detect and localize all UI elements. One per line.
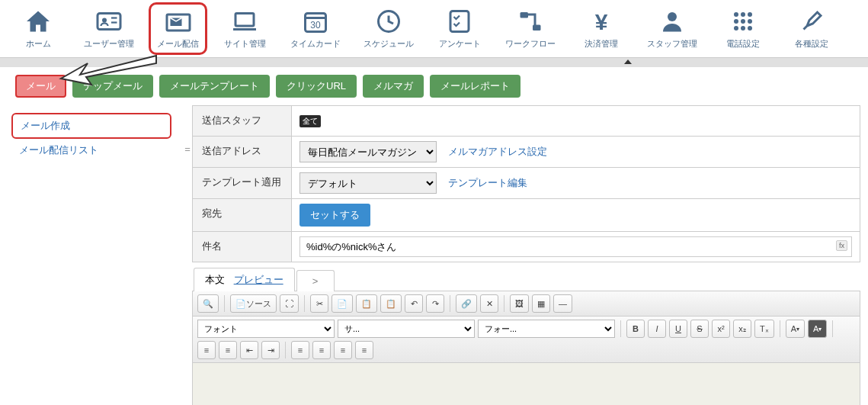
tb-font-select[interactable]: フォント <box>197 320 335 338</box>
tb-subscript-button[interactable]: x₂ <box>733 320 751 338</box>
nav-phone[interactable]: 電話設定 <box>720 8 766 50</box>
tb-ordered-list-button[interactable]: ≡ <box>197 341 216 359</box>
label-sender-staff: 送信スタッフ <box>193 106 292 136</box>
tab-mail-magazine[interactable]: メルマガ <box>363 75 424 98</box>
tab-mail-template[interactable]: メールテンプレート <box>159 75 270 98</box>
nav-mail-delivery[interactable]: メール配信 <box>149 2 207 55</box>
nav-user-mgmt[interactable]: ユーザー管理 <box>84 8 134 50</box>
tb-strike-button[interactable]: S <box>690 320 709 338</box>
sender-address-select[interactable]: 毎日配信メールマガジン <box>299 141 437 162</box>
svg-point-22 <box>734 26 738 31</box>
sub-tab-row: メール テップメール メールテンプレート クリックURL メルマガ メールレポー… <box>0 67 868 105</box>
sender-staff-value: 全て <box>299 115 321 127</box>
tb-copy-button[interactable]: 📄 <box>332 294 353 313</box>
template-select[interactable]: デフォルト <box>299 172 437 194</box>
svg-text:¥: ¥ <box>595 9 608 34</box>
tb-link-button[interactable]: 🔗 <box>456 294 477 313</box>
svg-point-20 <box>741 19 745 24</box>
nav-workflow[interactable]: ワークフロー <box>505 8 556 50</box>
nav-payment[interactable]: ¥ 決済管理 <box>578 8 624 50</box>
tab-body[interactable]: 本文 プレビュー <box>194 268 295 291</box>
svg-point-17 <box>741 12 745 17</box>
resize-handle[interactable]: = <box>183 105 192 405</box>
nav-settings[interactable]: 各種設定 <box>789 8 834 50</box>
link-template-edit[interactable]: テンプレート編集 <box>448 176 527 190</box>
subject-input[interactable] <box>299 236 852 257</box>
tb-superscript-button[interactable]: x² <box>712 320 730 338</box>
tb-text-color-button[interactable]: A▾ <box>786 320 805 338</box>
svg-point-16 <box>734 12 738 17</box>
content-area: 送信スタッフ 全て 送信アドレス 毎日配信メールマガジン メルマガアドレス設定 … <box>192 105 868 405</box>
svg-point-1 <box>102 18 107 23</box>
top-navigation: ホーム ユーザー管理 メール配信 サイト管理 30 タイムカード スケジュール … <box>0 0 868 58</box>
tb-paste-button[interactable]: 📋 <box>356 294 377 313</box>
tab-click-url[interactable]: クリックURL <box>276 75 357 98</box>
svg-point-19 <box>734 19 738 24</box>
tb-paste-plain-button[interactable]: 📋 <box>380 294 402 313</box>
editor-body[interactable] <box>193 363 860 405</box>
tab-step-mail[interactable]: テップメール <box>72 75 153 98</box>
svg-point-23 <box>741 26 745 31</box>
divider-bar <box>0 58 868 67</box>
editor-toolbar-row-2: フォント サ... フォー... B I U S x² x₂ Tₓ A▾ A▾ … <box>193 317 860 363</box>
nav-schedule[interactable]: スケジュール <box>364 8 414 50</box>
tb-hr-button[interactable]: — <box>553 294 572 313</box>
tb-italic-button[interactable]: I <box>648 320 666 338</box>
fx-badge[interactable]: fx <box>836 240 847 251</box>
person-icon <box>658 8 686 35</box>
clock-icon <box>375 8 402 35</box>
tab-mail[interactable]: メール <box>15 75 66 98</box>
tab-preview-link[interactable]: プレビュー <box>234 274 283 285</box>
sidebar-item-delivery-list[interactable]: メール配信リスト <box>11 139 171 162</box>
tb-table-button[interactable]: ▦ <box>532 294 550 313</box>
svg-rect-6 <box>235 14 254 27</box>
laptop-icon <box>231 8 258 35</box>
tb-unordered-list-button[interactable]: ≡ <box>219 341 237 359</box>
tab-mail-report[interactable]: メールレポート <box>430 75 520 98</box>
position-marker-icon <box>624 59 632 64</box>
svg-point-21 <box>748 19 752 24</box>
label-subject: 件名 <box>193 232 292 262</box>
tb-bold-button[interactable]: B <box>626 320 645 338</box>
nav-timecard[interactable]: 30 タイムカード <box>290 8 341 50</box>
idcard-icon <box>95 8 123 35</box>
nav-home[interactable]: ホーム <box>15 8 61 50</box>
tb-undo-button[interactable]: ↶ <box>405 294 423 313</box>
yen-icon: ¥ <box>588 8 615 35</box>
tb-unlink-button[interactable]: ✕ <box>480 294 498 313</box>
home-icon <box>24 8 52 35</box>
dialpad-icon <box>729 8 757 35</box>
svg-text:30: 30 <box>310 20 321 31</box>
tb-underline-button[interactable]: U <box>669 320 687 338</box>
link-magazine-address-setting[interactable]: メルマガアドレス設定 <box>448 145 547 159</box>
nav-site-mgmt[interactable]: サイト管理 <box>222 8 267 50</box>
svg-rect-0 <box>98 14 120 30</box>
body-tabstrip: 本文 プレビュー > <box>192 267 860 291</box>
tb-format-select[interactable]: フォー... <box>478 320 615 338</box>
set-recipients-button[interactable]: セットする <box>299 204 370 227</box>
tb-align-left-button[interactable]: ≡ <box>291 341 309 359</box>
svg-point-24 <box>748 26 752 31</box>
tb-size-select[interactable]: サ... <box>338 320 475 338</box>
tb-maximize-button[interactable]: ⛶ <box>280 294 299 313</box>
tb-remove-format-button[interactable]: Tₓ <box>754 320 774 338</box>
tb-align-right-button[interactable]: ≡ <box>334 341 352 359</box>
tb-source-button[interactable]: 📄 ソース <box>230 294 277 313</box>
tb-cut-button[interactable]: ✂ <box>310 294 328 313</box>
sidebar-item-compose[interactable]: メール作成 <box>11 113 171 139</box>
tb-align-justify-button[interactable]: ≡ <box>355 341 373 359</box>
tb-align-center-button[interactable]: ≡ <box>312 341 331 359</box>
tb-outdent-button[interactable]: ⇤ <box>240 341 258 359</box>
tb-image-button[interactable]: 🖼 <box>510 294 529 313</box>
tb-indent-button[interactable]: ⇥ <box>261 341 280 359</box>
nav-survey[interactable]: アンケート <box>437 8 482 50</box>
nav-staff[interactable]: スタッフ管理 <box>647 8 697 50</box>
tb-search-button[interactable]: 🔍 <box>197 294 219 313</box>
calendar-icon: 30 <box>302 8 329 35</box>
label-recipients: 宛先 <box>193 199 292 231</box>
svg-point-18 <box>748 12 752 17</box>
tb-redo-button[interactable]: ↷ <box>426 294 444 313</box>
tab-raw[interactable]: > <box>296 270 335 291</box>
tb-bg-color-button[interactable]: A▾ <box>808 320 827 338</box>
mail-delivery-icon <box>165 8 192 35</box>
